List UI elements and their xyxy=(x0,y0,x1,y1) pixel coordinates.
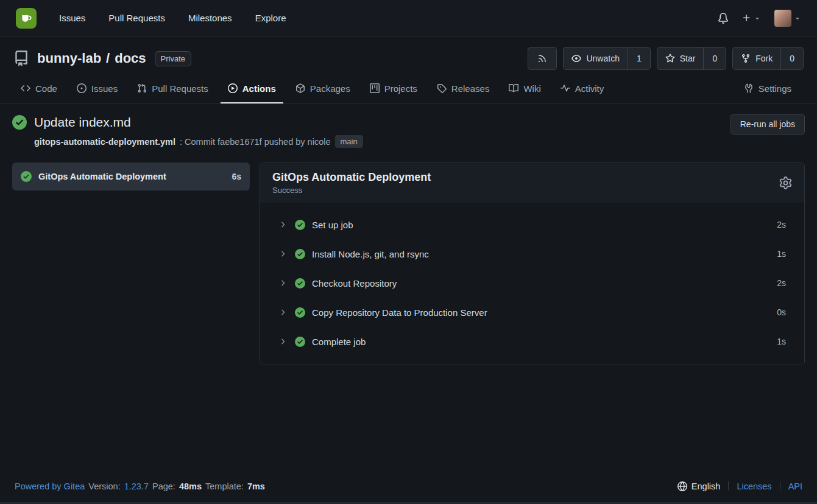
tab-packages[interactable]: Packages xyxy=(288,74,358,103)
step-success-check-icon xyxy=(295,249,305,259)
page-time-value: 48ms xyxy=(179,481,202,491)
nav-explore[interactable]: Explore xyxy=(244,0,298,37)
tag-icon xyxy=(437,83,447,93)
tab-issues[interactable]: Issues xyxy=(69,74,125,103)
job-panel-title: GitOps Automatic Deployment xyxy=(272,171,431,184)
template-time-value: 7ms xyxy=(247,481,265,491)
globe-icon xyxy=(677,481,687,491)
step-name: Checkout Repository xyxy=(312,278,397,289)
job-panel-header: GitOps Automatic Deployment Success xyxy=(260,163,804,203)
chevron-down-icon xyxy=(754,15,761,22)
step-success-check-icon xyxy=(295,278,305,289)
api-link[interactable]: API xyxy=(788,481,802,491)
star-icon xyxy=(665,54,675,63)
tab-releases-label: Releases xyxy=(451,83,490,94)
code-icon xyxy=(21,83,30,93)
tab-activity[interactable]: Activity xyxy=(553,74,612,103)
rss-icon xyxy=(537,54,547,63)
job-options-button[interactable] xyxy=(779,177,792,189)
step-row[interactable]: Copy Repository Data to Production Serve… xyxy=(260,298,804,327)
run-commit-text: : Commit faebe1671f pushed by nicole xyxy=(180,137,330,147)
step-duration: 0s xyxy=(777,307,786,317)
tab-pull-requests-label: Pull Requests xyxy=(152,83,208,94)
fork-button-group: Fork 0 xyxy=(732,47,804,70)
tab-code-label: Code xyxy=(35,83,57,94)
repo-owner-link[interactable]: bunny-lab xyxy=(37,51,101,66)
tab-code[interactable]: Code xyxy=(13,74,65,103)
job-detail-panel: GitOps Automatic Deployment Success Set … xyxy=(260,163,805,365)
repo-icon xyxy=(13,51,29,66)
page-footer: Powered by Gitea Version: 1.23.7 Page: 4… xyxy=(0,470,817,504)
job-list-item[interactable]: GitOps Automatic Deployment 6s xyxy=(12,163,250,191)
jobs-sidebar: GitOps Automatic Deployment 6s xyxy=(12,163,250,191)
private-badge: Private xyxy=(155,51,191,66)
tab-packages-label: Packages xyxy=(310,83,350,94)
tab-actions[interactable]: Actions xyxy=(221,74,283,103)
unwatch-button[interactable]: Unwatch xyxy=(564,47,627,69)
tab-settings[interactable]: Settings xyxy=(737,74,799,103)
step-name: Complete job xyxy=(312,337,366,347)
tab-activity-label: Activity xyxy=(575,83,604,94)
chevron-right-icon xyxy=(278,279,287,287)
forks-count[interactable]: 0 xyxy=(780,47,803,69)
repo-header: bunny-lab / docs Private Unwatch 1 Star … xyxy=(0,37,817,104)
step-name: Copy Repository Data to Production Serve… xyxy=(312,307,487,318)
step-row[interactable]: Set up job 2s xyxy=(260,210,804,239)
notifications-button[interactable] xyxy=(718,13,729,24)
step-duration: 1s xyxy=(777,249,786,259)
watch-button-group: Unwatch 1 xyxy=(563,47,650,70)
pulse-icon xyxy=(561,83,570,93)
footer-divider xyxy=(780,481,780,491)
template-time-label: Template: xyxy=(205,481,244,491)
chevron-right-icon xyxy=(278,220,287,229)
step-row[interactable]: Complete job 1s xyxy=(260,327,804,356)
chevron-down-icon xyxy=(794,15,801,22)
gitea-logo[interactable] xyxy=(16,8,37,29)
step-success-check-icon xyxy=(295,337,305,347)
nav-milestones[interactable]: Milestones xyxy=(177,0,244,37)
project-board-icon xyxy=(370,83,380,93)
chevron-right-icon xyxy=(278,337,287,346)
tab-wiki[interactable]: Wiki xyxy=(501,74,548,103)
nav-pull-requests[interactable]: Pull Requests xyxy=(97,0,177,37)
create-new-button[interactable] xyxy=(742,13,761,23)
step-row[interactable]: Install Node.js, git, and rsync 1s xyxy=(260,239,804,268)
repo-tabs: Code Issues Pull Requests Actions Packag… xyxy=(13,74,804,103)
job-status-text: Success xyxy=(272,186,431,195)
fork-button[interactable]: Fork xyxy=(733,47,780,69)
tab-pull-requests[interactable]: Pull Requests xyxy=(130,74,216,103)
powered-by-gitea-link[interactable]: Powered by Gitea xyxy=(15,481,85,491)
rss-feed-button[interactable] xyxy=(528,47,557,70)
job-duration: 6s xyxy=(232,172,241,181)
step-duration: 2s xyxy=(777,278,786,288)
step-row[interactable]: Checkout Repository 2s xyxy=(260,268,804,298)
version-link[interactable]: 1.23.7 xyxy=(124,481,149,491)
issue-icon xyxy=(77,83,87,93)
branch-badge[interactable]: main xyxy=(335,135,363,148)
page-time-label: Page: xyxy=(152,481,175,491)
plus-icon xyxy=(742,13,751,23)
repo-name-link[interactable]: docs xyxy=(115,51,146,66)
rerun-all-jobs-button[interactable]: Re-run all jobs xyxy=(730,114,805,135)
language-selector[interactable]: English xyxy=(677,481,721,491)
step-name: Install Node.js, git, and rsync xyxy=(312,249,429,259)
language-label: English xyxy=(691,481,721,491)
tab-issues-label: Issues xyxy=(91,83,118,94)
repo-path-separator: / xyxy=(106,51,110,66)
footer-divider xyxy=(728,481,729,491)
watchers-count[interactable]: 1 xyxy=(628,47,650,69)
book-icon xyxy=(509,83,518,93)
stars-count[interactable]: 0 xyxy=(703,47,726,69)
topnav-links: Issues Pull Requests Milestones Explore xyxy=(48,0,297,37)
steps-list: Set up job 2s Install Node.js, git, and … xyxy=(260,203,804,365)
tab-projects[interactable]: Projects xyxy=(363,74,425,103)
top-navbar: Issues Pull Requests Milestones Explore xyxy=(0,0,817,37)
chevron-right-icon xyxy=(278,308,287,317)
star-button[interactable]: Star xyxy=(657,47,704,69)
nav-issues[interactable]: Issues xyxy=(48,0,97,37)
fork-icon xyxy=(741,54,751,63)
gitea-cup-icon xyxy=(19,12,33,25)
licenses-link[interactable]: Licenses xyxy=(737,481,771,491)
user-menu-button[interactable] xyxy=(774,10,801,27)
tab-releases[interactable]: Releases xyxy=(430,74,497,103)
